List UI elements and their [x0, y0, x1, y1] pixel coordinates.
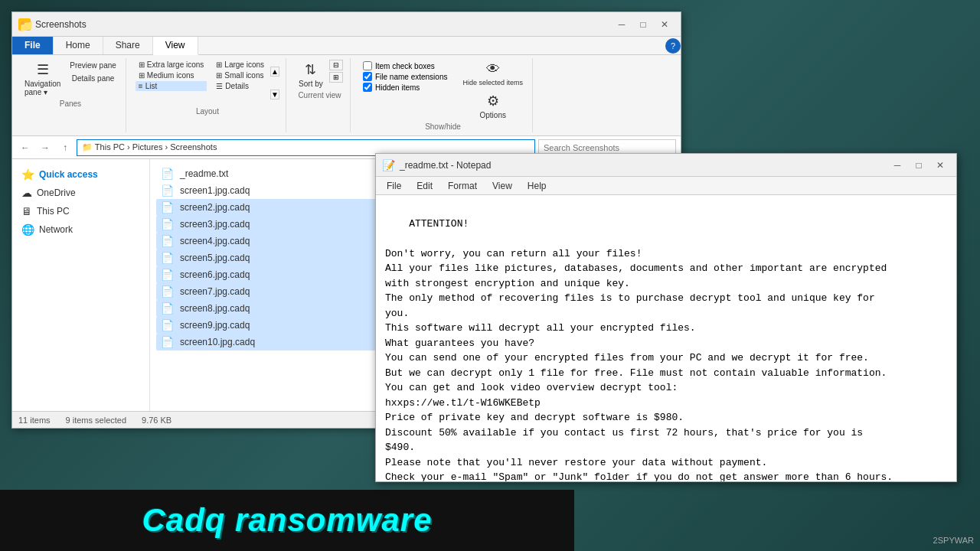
sort-icon: ⇅	[305, 61, 316, 78]
file-name-9: screen9.jpg.cadq	[180, 320, 250, 331]
tab-file[interactable]: File	[12, 37, 54, 54]
current-view-label: Current view	[296, 91, 344, 99]
grid-icon: ⊞	[139, 60, 145, 69]
details-pane-button[interactable]: Details pane	[67, 73, 119, 84]
item-count: 11 items	[18, 416, 51, 425]
list-button[interactable]: ≡ List	[136, 81, 207, 91]
quick-access-icon: ⭐	[21, 168, 34, 181]
file-name-1: screen1.jpg.cadq	[180, 185, 250, 196]
banner-text: Cadq ransomware	[142, 502, 432, 539]
maximize-button[interactable]: □	[633, 16, 653, 33]
layout-expand-up[interactable]: ▲	[270, 67, 279, 77]
ribbon-group-showhide: Item check boxes File name extensions Hi…	[354, 58, 533, 132]
details-label: Details	[225, 82, 249, 90]
notepad-close-button[interactable]: ✕	[930, 157, 950, 174]
notepad-content[interactable]: ATTENTION! Don't worry, you can return a…	[376, 195, 956, 481]
notepad-menu-edit[interactable]: Edit	[410, 179, 439, 193]
notepad-text: ATTENTION! Don't worry, you can return a…	[385, 218, 893, 482]
add-columns-button[interactable]: ⊞	[329, 72, 343, 83]
file-name-7: screen7.jpg.cadq	[180, 286, 250, 297]
notepad-menu-view[interactable]: View	[486, 179, 518, 193]
notepad-menu-file[interactable]: File	[381, 179, 407, 193]
tab-view[interactable]: View	[153, 37, 198, 55]
notepad-icon: 📝	[382, 159, 395, 171]
details-pane-label: Details pane	[72, 74, 115, 83]
close-button[interactable]: ✕	[655, 16, 675, 33]
watermark-text: 2SPYWAR	[933, 536, 974, 545]
sidebar: ⭐ Quick access ☁ OneDrive 🖥 This PC 🌐 Ne…	[12, 159, 150, 411]
forward-button[interactable]: →	[37, 139, 54, 156]
hide-selected-button[interactable]: 👁 Hide selected items	[459, 60, 526, 88]
options-icon: ⚙	[487, 93, 499, 109]
tab-share[interactable]: Share	[103, 37, 153, 54]
file-extensions-label: File name extensions	[375, 73, 448, 81]
file-icon-0: 📄	[161, 168, 174, 180]
ribbon: File Home Share View ? ☰ Navigationpane …	[12, 37, 681, 136]
notepad-menu-format[interactable]: Format	[442, 179, 483, 193]
explorer-window-icon: 📁	[18, 18, 31, 31]
hide-selected-label: Hide selected items	[462, 79, 523, 86]
showhide-items: Item check boxes File name extensions Hi…	[360, 60, 526, 121]
notepad-maximize-button[interactable]: □	[909, 157, 929, 174]
navigation-pane-button[interactable]: ☰ Navigationpane ▾	[21, 60, 64, 98]
showhide-checkboxes: Item check boxes File name extensions Hi…	[360, 60, 451, 93]
extra-large-label: Extra large icons	[147, 60, 204, 69]
hidden-items-toggle[interactable]: Hidden items	[363, 83, 448, 92]
file-extensions-toggle[interactable]: File name extensions	[363, 72, 448, 81]
sidebar-item-quick-access[interactable]: ⭐ Quick access	[12, 165, 149, 184]
file-icon-9: 📄	[161, 319, 174, 331]
details-icon: ☰	[216, 82, 223, 90]
sidebar-item-network[interactable]: 🌐 Network	[12, 220, 149, 239]
options-button[interactable]: ⚙ Options	[476, 91, 508, 121]
ribbon-group-layout: ⊞ Extra large icons ⊞ Medium icons ≡ Lis…	[129, 58, 286, 132]
notepad-menu-help[interactable]: Help	[521, 179, 553, 193]
help-button[interactable]: ?	[665, 38, 681, 54]
large-icon: ⊞	[216, 60, 222, 69]
ribbon-content: ☰ Navigationpane ▾ Preview pane Details …	[12, 55, 681, 135]
hidden-items-checkbox[interactable]	[363, 83, 372, 92]
list-label: List	[145, 82, 158, 90]
sidebar-item-onedrive[interactable]: ☁ OneDrive	[12, 184, 149, 202]
layout-group-label: Layout	[136, 107, 279, 116]
preview-pane-label: Preview pane	[70, 61, 116, 70]
extra-large-icons-button[interactable]: ⊞ Extra large icons	[136, 60, 207, 70]
item-checkboxes-checkbox[interactable]	[363, 61, 372, 70]
large-icons-button[interactable]: ⊞ Large icons	[213, 60, 267, 70]
item-checkboxes-label: Item check boxes	[375, 62, 435, 70]
file-extensions-checkbox[interactable]	[363, 72, 372, 81]
watermark: 2SPYWAR	[933, 536, 974, 545]
ribbon-group-current-view: ⇅ Sort by ⊟ ⊞ Current view	[289, 58, 351, 132]
file-name-6: screen6.jpg.cadq	[180, 269, 250, 280]
panes-buttons: ☰ Navigationpane ▾ Preview pane Details …	[21, 60, 119, 98]
notepad-title-bar: 📝 _readme.txt - Notepad ─ □ ✕	[376, 154, 956, 177]
details-button[interactable]: ☰ Details	[213, 81, 267, 91]
hide-selected-icon: 👁	[486, 61, 500, 77]
sort-by-button[interactable]: ⇅ Sort by	[296, 60, 326, 90]
item-checkboxes-toggle[interactable]: Item check boxes	[363, 61, 448, 70]
notepad-menu: File Edit Format View Help	[376, 177, 956, 195]
onedrive-icon: ☁	[21, 187, 32, 199]
file-name-4: screen4.jpg.cadq	[180, 236, 250, 246]
back-button[interactable]: ←	[17, 139, 34, 156]
file-icon-3: 📄	[161, 218, 174, 230]
file-name-2: screen2.jpg.cadq	[180, 202, 250, 213]
preview-pane-button[interactable]: Preview pane	[67, 60, 119, 71]
file-icon-8: 📄	[161, 302, 174, 315]
ribbon-group-panes: ☰ Navigationpane ▾ Preview pane Details …	[15, 58, 126, 132]
sidebar-item-this-pc[interactable]: 🖥 This PC	[12, 202, 149, 220]
up-button[interactable]: ↑	[57, 139, 74, 156]
minimize-button[interactable]: ─	[612, 16, 632, 33]
group-by-button[interactable]: ⊟	[329, 60, 343, 70]
tab-home[interactable]: Home	[54, 37, 103, 54]
layout-expand-down[interactable]: ▼	[270, 90, 279, 99]
small-icons-button[interactable]: ⊞ Small icons	[213, 70, 267, 80]
this-pc-icon: 🖥	[21, 205, 32, 217]
layout-items: ⊞ Extra large icons ⊞ Medium icons ≡ Lis…	[136, 60, 279, 106]
file-icon-7: 📄	[161, 285, 174, 298]
options-label: Options	[479, 111, 505, 119]
medium-icons-button[interactable]: ⊞ Medium icons	[136, 70, 207, 80]
network-label: Network	[39, 224, 73, 235]
notepad-minimize-button[interactable]: ─	[887, 157, 907, 174]
showhide-label: Show/hide	[360, 122, 526, 131]
medium-label: Medium icons	[147, 71, 194, 80]
